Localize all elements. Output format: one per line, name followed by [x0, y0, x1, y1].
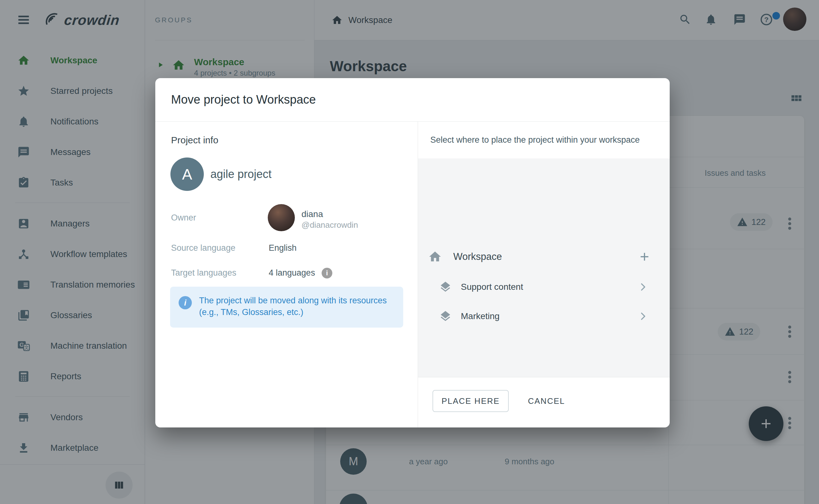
chevron-right-icon[interactable] — [638, 311, 648, 322]
app-root: crowdin Workspace Starred projects Notif… — [0, 0, 819, 504]
owner-avatar — [268, 204, 295, 231]
tree-item-marketing[interactable]: Marketing — [418, 301, 670, 331]
tree-item-support-content[interactable]: Support content — [418, 272, 670, 302]
placement-prompt: Select where to place the project within… — [430, 121, 670, 158]
owner-handle: @dianacrowdin — [301, 220, 358, 230]
place-here-button[interactable]: PLACE HERE — [432, 390, 509, 412]
dialog-title: Move project to Workspace — [171, 78, 316, 121]
owner-label: Owner — [171, 213, 196, 223]
cancel-button[interactable]: CANCEL — [522, 390, 571, 412]
source-language-label: Source language — [171, 243, 235, 253]
move-notice: i The project will be moved along with i… — [170, 287, 403, 328]
notice-text: The project will be moved along with its… — [199, 295, 394, 318]
owner-name: diana — [301, 209, 323, 219]
move-project-dialog: Move project to Workspace Project info A… — [155, 78, 670, 427]
home-icon — [428, 250, 442, 264]
workspace-tree: Workspace Support content Marketing — [418, 158, 670, 377]
project-letter-avatar: A — [170, 157, 204, 191]
tree-item-workspace[interactable]: Workspace — [418, 240, 670, 272]
chevron-right-icon[interactable] — [638, 282, 648, 292]
layers-icon — [439, 310, 452, 323]
info-icon: i — [179, 296, 192, 309]
add-group-plus-icon[interactable] — [638, 250, 651, 263]
layers-icon — [439, 281, 452, 293]
source-language-value: English — [269, 243, 297, 253]
project-name: agile project — [210, 168, 272, 181]
target-languages-label: Target languages — [171, 268, 236, 278]
target-languages-info-icon[interactable]: i — [322, 268, 332, 278]
project-info-heading: Project info — [171, 135, 218, 146]
target-languages-value: 4 languages — [269, 268, 315, 278]
